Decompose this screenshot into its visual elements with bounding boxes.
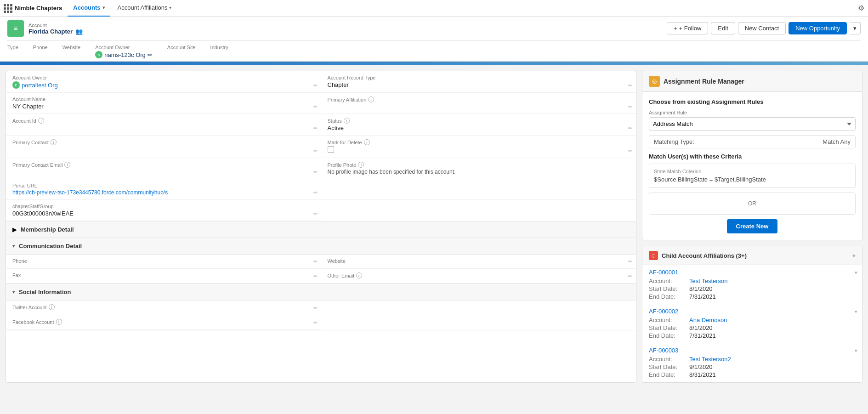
field-edit-icon-10[interactable]: ✏ [313, 190, 318, 196]
new-opportunity-button[interactable]: New Opportunity [789, 22, 847, 34]
aff-end-value-2: 7/31/2021 [689, 332, 856, 339]
account-owner-detail-value[interactable]: P portaltest Org [12, 81, 315, 89]
field-comm-fax: Fax ✏ [6, 269, 321, 284]
record-fields-row: Type Phone Website Account Owner N nams-… [7, 40, 861, 61]
field-edit-icon-3[interactable]: ✏ [313, 104, 318, 110]
field-edit-icon-11[interactable]: ✏ [313, 211, 318, 217]
arm-title: Assignment Rule Manager [664, 78, 744, 85]
nav-tab-affiliations[interactable]: Account Affiliations ▾ [112, 0, 177, 17]
owner-avatar-detail: P [12, 81, 20, 89]
field-edit-icon-7[interactable]: ✏ [313, 148, 318, 154]
aff-chevron-1[interactable]: ▾ [855, 270, 857, 276]
aff-end-value-1: 7/31/2021 [689, 293, 856, 300]
new-contact-button[interactable]: New Contact [738, 22, 786, 34]
field-website: Website [62, 45, 81, 58]
nav-tab-accounts-chevron: ▾ [102, 5, 105, 10]
follow-button[interactable]: + + Follow [667, 22, 708, 34]
field-primary-contact: Primary Contact i ✏ [6, 136, 321, 158]
caa-title: Child Account Affiliations (3+) [662, 252, 747, 259]
record-title-text: Florida Chapter [28, 28, 73, 35]
affiliation-link-2[interactable]: AF-000002 [649, 308, 678, 315]
account-site-label: Account Site [167, 45, 196, 50]
aff-account-value-3[interactable]: Test Testerson2 [689, 356, 856, 363]
field-edit-icon-8[interactable]: ✏ [628, 148, 632, 154]
aff-account-value-1[interactable]: Test Testerson [689, 278, 856, 284]
aff-end-label-3: End Date: [649, 371, 686, 378]
arm-subtitle: Choose from existing Assignment Rules [649, 98, 856, 105]
right-panel: ◎ Assignment Rule Manager Choose from ex… [642, 71, 862, 383]
mark-for-delete-checkbox[interactable] [328, 146, 334, 153]
account-record-type-value: Chapter [328, 81, 630, 88]
field-edit-icon-5[interactable]: ✏ [313, 125, 318, 131]
industry-label: Industry [210, 45, 228, 50]
affiliation-link-1[interactable]: AF-000001 [649, 269, 678, 276]
field-edit-icon-12[interactable]: ✏ [313, 259, 318, 265]
field-twitter: Twitter Account i ✏ [6, 301, 321, 315]
app-name: Nimble Chapters [15, 5, 62, 11]
record-type: Account [28, 23, 83, 28]
primary-affiliation-label: Primary Affiliation i [328, 96, 630, 102]
field-primary-contact-email: Primary Contact Email i ✏ [6, 158, 321, 179]
arm-header: ◎ Assignment Rule Manager [642, 71, 862, 92]
account-owner-value: N nams-123c Org ✏ [95, 51, 153, 58]
communication-section-header[interactable]: ▾ Communication Detail [6, 238, 636, 255]
left-panel: Account Owner P portaltest Org ✏ Account… [6, 71, 636, 383]
account-id-label: Account Id i [12, 118, 315, 124]
aff-start-label-1: Start Date: [649, 285, 686, 292]
status-value: Active [328, 125, 630, 131]
comm-website-label: Website [328, 258, 630, 264]
detail-section: Account Owner P portaltest Org ✏ Account… [6, 71, 636, 221]
arm-rule-select[interactable]: Address Match [649, 117, 856, 130]
edit-button[interactable]: Edit [711, 22, 735, 34]
field-edit-icon-14[interactable]: ✏ [313, 273, 318, 279]
aff-end-label-1: End Date: [649, 293, 686, 300]
field-edit-icon-16[interactable]: ✏ [313, 305, 318, 311]
social-section-body: Twitter Account i ✏ Facebook Account i ✏ [6, 301, 636, 330]
twitter-label: Twitter Account i [12, 304, 315, 310]
portal-url-value[interactable]: https://cb-preview-tso-173e3445780.force… [12, 189, 315, 196]
type-label: Type [7, 45, 18, 50]
settings-icon[interactable]: ⚙ [858, 4, 864, 12]
other-email-info: i [356, 272, 362, 278]
main-content: Account Owner P portaltest Org ✏ Account… [0, 65, 868, 388]
create-new-button[interactable]: Create New [727, 219, 778, 233]
field-comm-website: Website ✏ [321, 255, 636, 269]
profile-photo-value: No profile image has been specified for … [328, 169, 630, 175]
aff-start-label-2: Start Date: [649, 324, 686, 331]
aff-start-label-3: Start Date: [649, 363, 686, 370]
field-edit-icon-13[interactable]: ✏ [628, 259, 632, 265]
field-edit-icon-6[interactable]: ✏ [628, 125, 632, 131]
account-record-type-label: Account Record Type [328, 75, 630, 80]
actions-dropdown-button[interactable]: ▾ [850, 22, 861, 34]
communication-title: Communication Detail [19, 243, 82, 250]
field-edit-icon-2[interactable]: ✏ [628, 83, 632, 89]
record-header-left: ≡ Account Florida Chapter 👥 [7, 20, 83, 37]
aff-end-label-2: End Date: [649, 332, 686, 339]
org-icon: 👥 [75, 28, 83, 35]
aff-account-label-2: Account: [649, 317, 686, 323]
aff-account-value-2[interactable]: Ana Demoson [689, 317, 856, 323]
account-name-value: NY Chapter [12, 103, 315, 110]
field-primary-affiliation: Primary Affiliation i ✏ [321, 93, 636, 114]
account-name-label: Account Name [12, 96, 315, 102]
field-account-id: Account Id i ✏ [6, 114, 321, 136]
arm-matching: Matching Type: Match Any [649, 135, 856, 148]
aff-chevron-2[interactable]: ▾ [855, 309, 857, 315]
field-edit-icon[interactable]: ✏ [313, 83, 318, 89]
field-edit-icon-17[interactable]: ✏ [313, 320, 318, 326]
arm-matching-value: Match Any [823, 138, 851, 145]
membership-section-header[interactable]: ▶ Membership Detail [6, 221, 636, 238]
social-section-header[interactable]: ▾ Social Information [6, 284, 636, 301]
nav-tab-affiliations-chevron: ▾ [169, 5, 171, 10]
twitter-info: i [49, 304, 55, 310]
aff-end-value-3: 8/31/2021 [689, 371, 856, 378]
nav-tab-accounts[interactable]: Accounts ▾ [68, 0, 110, 17]
aff-chevron-3[interactable]: ▾ [855, 348, 857, 354]
record-icon: ≡ [7, 20, 24, 37]
field-edit-icon-9[interactable]: ✏ [313, 169, 318, 175]
field-edit-icon-15[interactable]: ✏ [628, 273, 632, 279]
caa-collapse-icon[interactable]: ▾ [852, 252, 856, 259]
affiliation-link-3[interactable]: AF-000003 [649, 347, 678, 354]
social-chevron: ▾ [12, 289, 15, 295]
field-edit-icon-4[interactable]: ✏ [628, 104, 632, 110]
